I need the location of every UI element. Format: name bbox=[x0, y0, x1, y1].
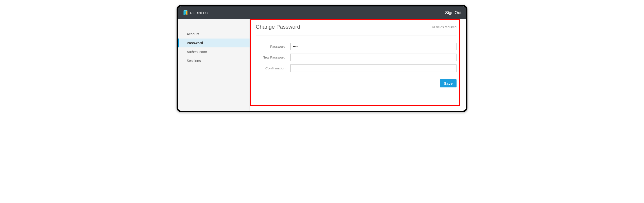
page-title: Change Password bbox=[256, 24, 300, 30]
sidebar-item-authenticator[interactable]: Authenticator bbox=[178, 47, 250, 56]
sidebar-item-account[interactable]: Account bbox=[178, 30, 250, 38]
password-input[interactable] bbox=[290, 43, 456, 50]
sidebar-item-sessions[interactable]: Sessions bbox=[178, 56, 250, 65]
new-password-label: New Password bbox=[256, 56, 290, 59]
form-row-confirmation: Confirmation bbox=[256, 64, 456, 72]
form-row-password: Password bbox=[256, 43, 456, 50]
sidebar: Account Password Authenticator Sessions bbox=[178, 19, 250, 111]
content-wrap: Change Password All fields required Pass… bbox=[250, 19, 466, 92]
new-password-input[interactable] bbox=[290, 54, 456, 61]
sidebar-item-password[interactable]: Password bbox=[178, 38, 250, 47]
button-row: Save bbox=[256, 79, 456, 87]
header-bar: PUBNiTO Sign Out bbox=[178, 6, 466, 19]
app-window: PUBNiTO Sign Out Account Password Authen… bbox=[178, 6, 466, 111]
confirmation-label: Confirmation bbox=[256, 66, 290, 70]
required-note: All fields required bbox=[432, 25, 456, 29]
main-content: Change Password All fields required Pass… bbox=[250, 19, 466, 111]
body-area: Account Password Authenticator Sessions … bbox=[178, 19, 466, 111]
logo-area: PUBNiTO bbox=[182, 10, 208, 16]
form-row-new-password: New Password bbox=[256, 54, 456, 61]
pubnito-logo-icon bbox=[182, 10, 188, 16]
save-button[interactable]: Save bbox=[440, 79, 456, 87]
brand-name: PUBNiTO bbox=[190, 11, 208, 15]
sign-out-link[interactable]: Sign Out bbox=[445, 10, 462, 15]
password-label: Password bbox=[256, 45, 290, 48]
page-header: Change Password All fields required bbox=[256, 24, 456, 36]
app-frame: PUBNiTO Sign Out Account Password Authen… bbox=[176, 5, 468, 112]
confirmation-input[interactable] bbox=[290, 64, 456, 72]
